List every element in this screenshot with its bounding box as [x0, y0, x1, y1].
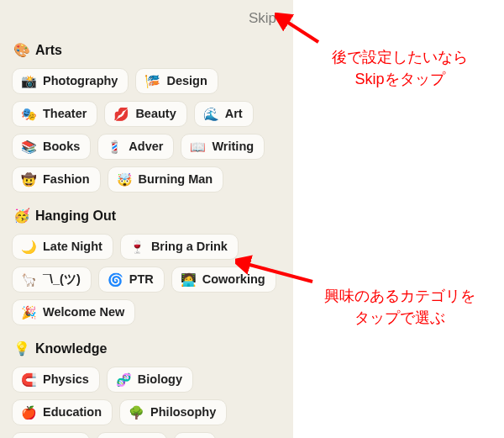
chip-label: Fashion [43, 173, 90, 186]
palette-icon: 🎨 [13, 42, 30, 58]
chip-late-night[interactable]: 🌙Late Night [12, 234, 113, 260]
wave-icon: 🌊 [203, 108, 219, 120]
chip-label: Welcome New [43, 306, 124, 319]
chip-coworking[interactable]: 🧑‍💻Coworking [171, 266, 276, 293]
chip-ptr[interactable]: 🌀PTR [98, 266, 165, 293]
chip-label: Adver [129, 140, 163, 153]
party-popper-icon: 🎉 [21, 306, 37, 319]
chip-label: Education [43, 406, 102, 419]
chip-photography[interactable]: 📸Photography [12, 68, 129, 94]
chip-label: Physics [43, 373, 89, 386]
dna-icon: 🧬 [116, 373, 132, 386]
chip-education[interactable]: 🍎Education [12, 399, 113, 425]
chip-physics[interactable]: 🧲Physics [12, 367, 100, 393]
section-header-hanging-out: 🥳 Hanging Out [12, 203, 281, 225]
chip-welcome-new[interactable]: 🎉Welcome New [12, 299, 135, 325]
chip-bring-a-drink[interactable]: 🍷Bring a Drink [120, 234, 239, 260]
section-title: Hanging Out [35, 208, 116, 224]
chip-art[interactable]: 🌊Art [194, 101, 254, 127]
chip-row: 🌙Late Night 🍷Bring a Drink 🦙¯\_(ツ) 🌀PTR … [12, 225, 281, 327]
section-arts: 🎨 Arts 📸Photography 🎏Design 🎭Theater 💋Be… [0, 32, 293, 198]
mind-blown-icon: 🤯 [117, 173, 133, 186]
chip-row: 📸Photography 🎏Design 🎭Theater 💋Beauty 🌊A… [12, 60, 281, 194]
flag-icon: 🎏 [144, 75, 160, 87]
chip-label: Late Night [43, 240, 102, 253]
chip-fashion[interactable]: 🤠Fashion [12, 166, 101, 193]
callout-category-instruction: 興味のあるカテゴリをタップで選ぶ [302, 285, 497, 329]
chip-label: Books [43, 140, 80, 153]
magnet-icon: 🧲 [21, 373, 37, 386]
chip-label: Philosophy [150, 406, 216, 419]
chip-label: Design [166, 75, 207, 87]
chip-space[interactable]: 🚀Space [12, 432, 90, 438]
chip-label: Biology [138, 373, 182, 386]
chip-books[interactable]: 📚Books [12, 134, 91, 160]
moon-icon: 🌙 [21, 240, 37, 253]
top-bar: Skip [0, 0, 293, 32]
chip-row: 🧲Physics 🧬Biology 🍎Education 🌳Philosophy… [12, 358, 281, 438]
chip-label: Writing [212, 140, 254, 153]
skip-button[interactable]: Skip [249, 10, 276, 27]
chip-math[interactable]: 🎱Math [97, 432, 167, 438]
chip-beauty[interactable]: 💋Beauty [104, 101, 186, 127]
chip-label: PTR [129, 273, 154, 286]
wine-icon: 🍷 [129, 240, 145, 253]
chip-shrug[interactable]: 🦙¯\_(ツ) [12, 266, 92, 293]
category-selection-pane: Skip 🎨 Arts 📸Photography 🎏Design 🎭Theate… [0, 0, 293, 438]
section-hanging-out: 🥳 Hanging Out 🌙Late Night 🍷Bring a Drink… [0, 198, 293, 330]
llama-icon: 🦙 [21, 273, 37, 286]
apple-icon: 🍎 [21, 406, 37, 419]
books-icon: 📚 [21, 140, 37, 153]
chip-label: Coworking [202, 273, 265, 286]
section-header-knowledge: 💡 Knowledge [12, 335, 281, 358]
chip-writing[interactable]: 📖Writing [181, 134, 265, 160]
chip-label: Theater [43, 108, 87, 120]
chip-label: Photography [43, 75, 118, 87]
open-book-icon: 📖 [190, 140, 206, 153]
chip-biology[interactable]: 🧬Biology [107, 367, 193, 393]
camera-icon: 📸 [21, 75, 37, 87]
chip-label: Bring a Drink [151, 240, 228, 253]
chip-label: ¯\_(ツ) [43, 273, 81, 286]
chip-theater[interactable]: 🎭Theater [12, 101, 97, 127]
section-title: Knowledge [35, 341, 107, 356]
chip-label: Burning Man [139, 173, 213, 186]
chip-design[interactable]: 🎏Design [135, 68, 218, 94]
section-knowledge: 💡 Knowledge 🧲Physics 🧬Biology 🍎Education… [0, 330, 293, 438]
party-face-icon: 🥳 [13, 208, 30, 224]
technologist-icon: 🧑‍💻 [181, 273, 197, 286]
chip-label: Beauty [135, 108, 176, 120]
section-title: Arts [35, 43, 62, 58]
barber-icon: 💈 [107, 140, 123, 153]
callout-skip-instruction: 後で設定したいならSkipをタップ [302, 46, 497, 90]
cowboy-icon: 🤠 [21, 173, 37, 186]
lightbulb-icon: 💡 [13, 340, 30, 356]
chip-partial[interactable]: 🧀 [174, 432, 216, 438]
chip-advertising[interactable]: 💈Adver [97, 134, 174, 160]
masks-icon: 🎭 [21, 108, 37, 120]
chip-philosophy[interactable]: 🌳Philosophy [119, 399, 227, 425]
section-header-arts: 🎨 Arts [12, 37, 281, 60]
chip-burning-man[interactable]: 🤯Burning Man [108, 166, 224, 193]
tree-icon: 🌳 [129, 406, 144, 419]
kiss-icon: 💋 [113, 108, 129, 120]
cyclone-icon: 🌀 [108, 273, 123, 286]
chip-label: Art [225, 108, 243, 120]
